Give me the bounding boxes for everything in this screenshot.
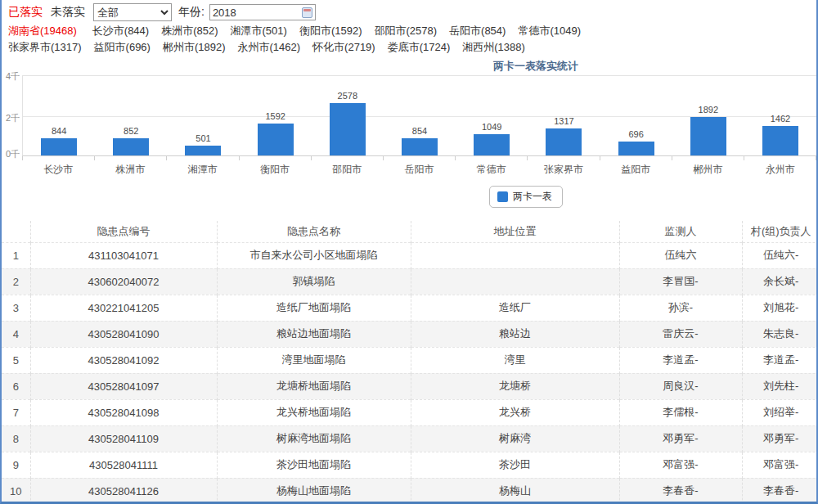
region-link-city[interactable]: 张家界市(1317) xyxy=(8,41,82,53)
col-header-monitor: 监测人 xyxy=(619,221,742,242)
x-axis-tick xyxy=(600,156,672,160)
region-link-city[interactable]: 湘潭市(501) xyxy=(231,25,287,37)
region-link-province[interactable]: 湖南省(19468) xyxy=(8,25,77,37)
y-axis-tick-0: 0千 xyxy=(2,148,20,160)
bar[interactable] xyxy=(258,124,294,155)
region-link-city[interactable]: 长沙市(844) xyxy=(92,25,149,37)
cell-address: 树麻湾 xyxy=(411,425,619,452)
bar[interactable] xyxy=(546,128,582,155)
cell-rownum: 3 xyxy=(2,295,30,321)
cell-name: 龙兴桥地面塌陷 xyxy=(217,399,411,425)
bar-group: 1317 xyxy=(528,76,600,155)
legend-label: 两卡一表 xyxy=(513,190,552,204)
bar-group: 1049 xyxy=(456,76,528,155)
chart-legend[interactable]: 两卡一表 xyxy=(489,186,563,208)
region-filter-select[interactable]: 全部 xyxy=(93,3,172,21)
bar[interactable] xyxy=(618,142,654,155)
chart-plot-area: 4千 2千 0千 8448525011592257885410491317696… xyxy=(22,75,816,156)
tab-implemented[interactable]: 已落实 xyxy=(8,5,43,20)
x-axis-category-label: 邵阳市 xyxy=(311,163,383,177)
cell-monitor: 雷庆云- xyxy=(619,321,742,347)
toolbar: 已落实 未落实 全部 年份: xyxy=(2,0,816,21)
cell-monitor: 李儒根- xyxy=(619,399,742,425)
table-row[interactable]: 8430528041109树麻湾地面塌陷树麻湾邓勇军-邓勇军- xyxy=(2,425,818,452)
region-link-city[interactable]: 衡阳市(1592) xyxy=(299,25,362,37)
x-axis-category-label: 郴州市 xyxy=(672,163,744,177)
col-header-village: 村(组)负责人 xyxy=(742,221,818,242)
cell-village: 李春香- xyxy=(742,478,818,504)
x-axis-tick xyxy=(23,156,95,160)
table-row[interactable]: 3430221041205造纸厂地面塌陷造纸厂孙滨-刘旭花- xyxy=(2,295,818,321)
tab-not-implemented[interactable]: 未落实 xyxy=(51,5,85,20)
y-axis-tick-2: 2千 xyxy=(2,112,20,124)
cell-address: 杨梅山 xyxy=(411,478,619,504)
cell-address: 龙兴桥 xyxy=(411,399,619,425)
legend-row: 两卡一表 xyxy=(2,186,816,208)
cell-rownum: 8 xyxy=(2,425,30,452)
bar-value-label: 1317 xyxy=(554,116,573,126)
bar-group: 501 xyxy=(167,76,239,155)
bar-value-label: 501 xyxy=(196,133,210,143)
bar[interactable] xyxy=(330,103,366,155)
bar-value-label: 844 xyxy=(52,126,66,136)
bar[interactable] xyxy=(113,138,149,155)
cell-name: 郭镇塌陷 xyxy=(217,268,411,295)
table-row[interactable]: 1431103041071市自来水公司小区地面塌陷伍纯六伍纯六- xyxy=(2,242,818,268)
table-row[interactable]: 2430602040072郭镇塌陷李冒国-余长斌- xyxy=(2,268,818,295)
region-link-city[interactable]: 湘西州(1388) xyxy=(462,41,525,53)
region-links: 湖南省(19468)长沙市(844)株洲市(852)湘潭市(501)衡阳市(15… xyxy=(2,21,816,56)
legend-swatch-icon xyxy=(497,191,508,202)
bar-group: 696 xyxy=(600,76,672,155)
x-axis-tick xyxy=(240,156,312,160)
region-link-city[interactable]: 益阳市(696) xyxy=(94,41,151,53)
x-axis-category-label: 益阳市 xyxy=(600,163,672,177)
cell-rownum: 1 xyxy=(2,242,30,268)
region-link-city[interactable]: 娄底市(1724) xyxy=(388,41,451,53)
x-axis-tick xyxy=(456,156,528,160)
region-link-city[interactable]: 株洲市(852) xyxy=(161,25,218,37)
bar[interactable] xyxy=(474,134,510,155)
bar-value-label: 1462 xyxy=(771,114,790,124)
cell-id: 430528041092 xyxy=(30,347,217,373)
cell-village: 邓勇军- xyxy=(742,425,818,452)
bar[interactable] xyxy=(690,117,726,155)
table-row[interactable]: 9430528041111茶沙田地面塌陷茶沙田邓富强-邓富强- xyxy=(2,452,818,478)
region-link-city[interactable]: 岳阳市(854) xyxy=(449,25,506,37)
cell-name: 杨梅山地面塌陷 xyxy=(217,478,411,504)
x-axis-tick xyxy=(384,156,456,160)
table-header-row: 隐患点编号 隐患点名称 地址位置 监测人 村(组)负责人 xyxy=(2,221,818,242)
bar[interactable] xyxy=(402,138,438,155)
bar[interactable] xyxy=(762,126,798,155)
bar-value-label: 854 xyxy=(412,126,427,136)
cell-village: 伍纯六- xyxy=(742,242,818,268)
table-row[interactable]: 10430528041126杨梅山地面塌陷杨梅山李春香-李春香- xyxy=(2,478,818,504)
table-row[interactable]: 7430528041098龙兴桥地面塌陷龙兴桥李儒根-刘绍举- xyxy=(2,399,818,425)
cell-name: 市自来水公司小区地面塌陷 xyxy=(217,242,411,268)
col-header-rownum xyxy=(2,221,30,242)
calendar-icon[interactable] xyxy=(302,7,312,18)
region-link-city[interactable]: 永州市(1462) xyxy=(238,41,301,53)
table-row[interactable]: 4430528041090粮站边地面塌陷粮站边雷庆云-朱志良- xyxy=(2,321,818,347)
x-axis-category-label: 张家界市 xyxy=(528,163,600,177)
year-input[interactable] xyxy=(213,7,302,19)
region-link-city[interactable]: 怀化市(2719) xyxy=(312,41,375,53)
region-link-city[interactable]: 郴州市(1892) xyxy=(163,41,226,53)
bar-group: 844 xyxy=(23,76,95,155)
region-link-city[interactable]: 邵阳市(2578) xyxy=(374,25,437,37)
bar[interactable] xyxy=(41,138,77,155)
bar-value-label: 1049 xyxy=(482,122,501,132)
bar-value-label: 852 xyxy=(124,126,138,136)
bar[interactable] xyxy=(185,146,221,155)
cell-monitor: 邓富强- xyxy=(619,452,742,478)
bar-group: 854 xyxy=(384,76,456,155)
cell-name: 树麻湾地面塌陷 xyxy=(217,425,411,452)
year-label: 年份: xyxy=(178,5,204,20)
table-row[interactable]: 6430528041097龙塘桥地面塌陷龙塘桥周良汉-刘先柱- xyxy=(2,373,818,399)
table-row[interactable]: 5430528041092湾里地面塌陷湾里李道孟-李道孟- xyxy=(2,347,818,373)
cell-village: 邓富强- xyxy=(742,452,818,478)
cell-id: 430602040072 xyxy=(30,268,217,295)
cell-id: 430528041097 xyxy=(30,373,217,399)
cell-rownum: 7 xyxy=(2,399,30,425)
x-axis-tick xyxy=(744,156,816,160)
region-link-city[interactable]: 常德市(1049) xyxy=(518,25,581,37)
